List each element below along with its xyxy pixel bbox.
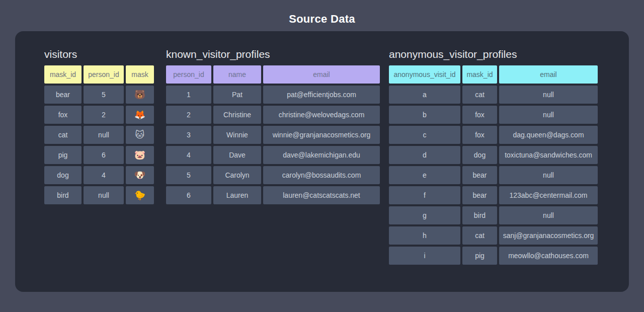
table-cell: Dave	[213, 146, 261, 164]
header-cell-email: email	[499, 65, 598, 84]
table-cell: null	[499, 86, 598, 104]
table-title-known-visitor-profiles: known_visitor_profiles	[166, 48, 380, 61]
bear-face-emoji: 🐻	[126, 86, 154, 104]
table-cell: a	[389, 86, 460, 104]
table-cell: dag.queen@dags.com	[499, 126, 598, 144]
table-cell: bird	[462, 206, 497, 224]
table-cell: meowllo@cathouses.com	[499, 247, 598, 265]
table-cell: fox	[462, 106, 497, 124]
table-cell: 2	[84, 106, 124, 124]
table-cell: i	[389, 247, 460, 265]
table-cell: bear	[462, 166, 497, 184]
source-data-panel: visitors mask_idperson_idmaskbear5🐻fox2🦊…	[15, 31, 629, 292]
table-cell: h	[389, 226, 460, 245]
table-cell: cat	[462, 86, 497, 104]
table-cell: d	[389, 146, 460, 164]
table-cell: fox	[462, 126, 497, 144]
table-cell: f	[389, 186, 460, 204]
header-cell-person_id: person_id	[166, 65, 211, 84]
table-cell: toxictuna@sandwiches.com	[499, 146, 598, 164]
table-cell: pig	[44, 146, 82, 164]
table-visitors: visitors mask_idperson_idmaskbear5🐻fox2🦊…	[44, 48, 154, 204]
baby-chick-emoji: 🐤	[126, 186, 154, 204]
table-cell: christine@welovedags.com	[263, 106, 380, 124]
table-cell: 1	[166, 86, 211, 104]
table-cell: cat	[462, 226, 497, 245]
header-cell-mask_id: mask_id	[462, 65, 497, 84]
table-cell: 123abc@centermail.com	[499, 186, 598, 204]
header-cell-mask_id: mask_id	[44, 65, 82, 84]
table-cell: 3	[166, 126, 211, 144]
table-cell: cat	[44, 126, 82, 144]
table-cell: dave@lakemichigan.edu	[263, 146, 380, 164]
table-cell: bear	[44, 86, 82, 104]
table-cell: null	[84, 126, 124, 144]
fox-face-emoji: 🦊	[126, 106, 154, 124]
table-cell: dog	[44, 166, 82, 184]
table-cell: Carolyn	[213, 166, 261, 184]
table-cell: 6	[84, 146, 124, 164]
table-cell: Christine	[213, 106, 261, 124]
table-cell: null	[84, 186, 124, 204]
table-anonymous-visitor-profiles: anonymous_visitor_profiles anonymous_vis…	[389, 48, 598, 265]
table-cell: winnie@granjanacosmetics.org	[263, 126, 380, 144]
table-cell: 2	[166, 106, 211, 124]
table-cell: 4	[166, 146, 211, 164]
table-cell: 6	[166, 186, 211, 204]
table-cell: fox	[44, 106, 82, 124]
table-cell: null	[499, 166, 598, 184]
visitors-grid: mask_idperson_idmaskbear5🐻fox2🦊catnull🐱p…	[44, 65, 154, 204]
table-title-visitors: visitors	[44, 48, 154, 61]
table-cell: 5	[84, 86, 124, 104]
header-cell-name: name	[213, 65, 261, 84]
table-cell: e	[389, 166, 460, 184]
table-cell: dog	[462, 146, 497, 164]
table-cell: null	[499, 106, 598, 124]
table-cell: 5	[166, 166, 211, 184]
header-cell-email: email	[263, 65, 380, 84]
header-cell-person_id: person_id	[84, 65, 124, 84]
anonymous-visitor-profiles-grid: anonymous_visit_idmask_idemailacatnullbf…	[389, 65, 598, 265]
header-cell-mask: mask	[126, 65, 154, 84]
table-cell: b	[389, 106, 460, 124]
page-title: Source Data	[0, 13, 644, 26]
table-title-anonymous-visitor-profiles: anonymous_visitor_profiles	[389, 48, 598, 61]
table-cell: pat@efficientjobs.com	[263, 86, 380, 104]
table-known-visitor-profiles: known_visitor_profiles person_idnameemai…	[166, 48, 380, 204]
table-cell: sanj@granjanacosmetics.org	[499, 226, 598, 245]
header-cell-anonymous_visit_id: anonymous_visit_id	[389, 65, 460, 84]
table-cell: lauren@catscatscats.net	[263, 186, 380, 204]
table-cell: null	[499, 206, 598, 224]
table-cell: c	[389, 126, 460, 144]
table-cell: carolyn@bossaudits.com	[263, 166, 380, 184]
pig-face-emoji: 🐷	[126, 146, 154, 164]
table-cell: Lauren	[213, 186, 261, 204]
cat-face-emoji: 🐱	[126, 126, 154, 144]
dog-face-emoji: 🐶	[126, 166, 154, 184]
table-cell: Winnie	[213, 126, 261, 144]
table-cell: 4	[84, 166, 124, 184]
table-cell: Pat	[213, 86, 261, 104]
table-cell: bird	[44, 186, 82, 204]
table-cell: g	[389, 206, 460, 224]
table-cell: bear	[462, 186, 497, 204]
known-visitor-profiles-grid: person_idnameemail1Patpat@efficientjobs.…	[166, 65, 380, 204]
table-cell: pig	[462, 247, 497, 265]
